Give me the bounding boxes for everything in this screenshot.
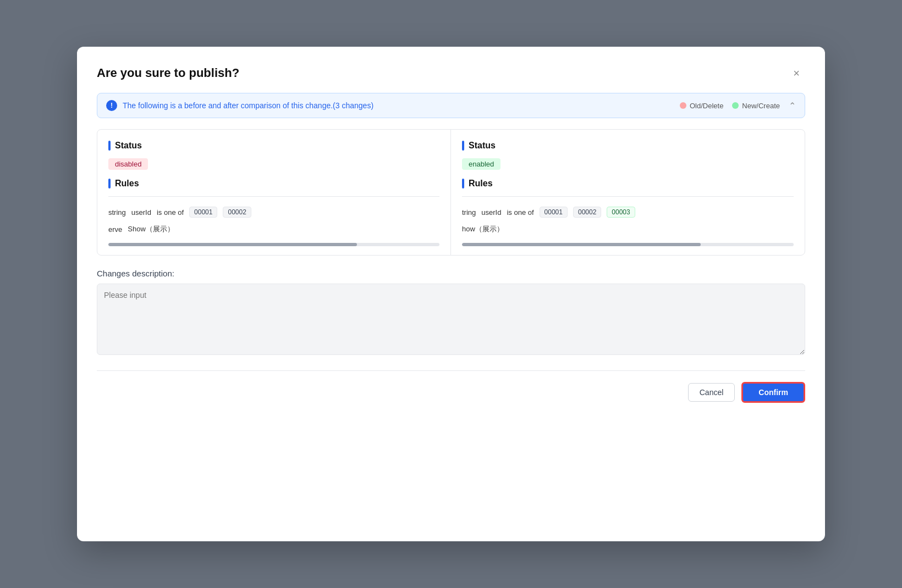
left-rules-field: userId <box>131 208 151 217</box>
legend-old: Old/Delete <box>680 102 723 110</box>
right-scrollbar-thumb <box>462 243 701 246</box>
description-input[interactable] <box>97 284 805 355</box>
left-serve-value: Show（展示） <box>128 224 174 234</box>
comparison-right: Status enabled Rules tring userId is one… <box>451 130 805 255</box>
modal-title: Are you sure to publish? <box>97 66 239 80</box>
info-banner-left: ! The following is a before and after co… <box>106 100 373 111</box>
left-scrollbar-thumb <box>108 243 357 246</box>
left-status-heading: Status <box>108 141 439 151</box>
old-dot <box>680 102 686 109</box>
new-dot <box>732 102 739 109</box>
comparison-left: Status disabled Rules string userId is o… <box>97 130 451 255</box>
left-rules-row-1: string userId is one of 00001 00002 <box>108 203 439 221</box>
right-rules-field: userId <box>481 208 501 217</box>
left-rules-table: string userId is one of 00001 00002 erve… <box>108 196 439 237</box>
description-label: Changes description: <box>97 269 805 278</box>
left-scrollbar[interactable] <box>108 243 439 246</box>
legend-new: New/Create <box>732 102 780 110</box>
left-serve-label: erve <box>108 225 122 234</box>
left-status-badge: disabled <box>108 158 148 170</box>
right-rules-op: is one of <box>507 208 534 217</box>
right-rules-section: Rules tring userId is one of 00001 00002… <box>462 179 794 237</box>
publish-modal: Are you sure to publish? × ! The followi… <box>77 47 825 541</box>
close-button[interactable]: × <box>788 64 805 82</box>
modal-header: Are you sure to publish? × <box>97 64 805 82</box>
modal-footer: Cancel Confirm <box>97 370 805 418</box>
info-banner: ! The following is a before and after co… <box>97 93 805 118</box>
chevron-up-icon[interactable]: ⌃ <box>789 101 796 111</box>
right-rules-row-1: tring userId is one of 00001 00002 00003 <box>462 203 794 221</box>
comparison-grid: Status disabled Rules string userId is o… <box>97 130 805 255</box>
cancel-button[interactable]: Cancel <box>688 383 735 402</box>
new-label: New/Create <box>742 102 780 110</box>
left-rules-section: Rules string userId is one of 00001 0000… <box>108 179 439 237</box>
right-tag-3: 00003 <box>607 207 635 218</box>
right-status-badge: enabled <box>462 158 501 170</box>
right-rules-heading: Rules <box>462 179 794 188</box>
right-status-heading: Status <box>462 141 794 151</box>
left-tag-1: 00001 <box>189 207 217 218</box>
right-scrollbar[interactable] <box>462 243 794 246</box>
old-label: Old/Delete <box>690 102 723 110</box>
info-banner-right: Old/Delete New/Create ⌃ <box>680 101 796 111</box>
banner-text: The following is a before and after comp… <box>123 101 373 110</box>
right-rules-row-2: how（展示） <box>462 221 794 237</box>
right-rules-table: tring userId is one of 00001 00002 00003… <box>462 196 794 237</box>
info-icon: ! <box>106 100 117 111</box>
right-rules-type: tring <box>462 208 476 217</box>
left-rules-heading: Rules <box>108 179 439 188</box>
description-section: Changes description: <box>97 269 805 357</box>
right-tag-1: 00001 <box>540 207 568 218</box>
left-rules-op: is one of <box>157 208 184 217</box>
left-tag-2: 00002 <box>223 207 251 218</box>
left-rules-type: string <box>108 208 126 217</box>
left-rules-row-2: erve Show（展示） <box>108 221 439 237</box>
confirm-button[interactable]: Confirm <box>741 382 805 403</box>
right-tag-2: 00002 <box>573 207 601 218</box>
comparison-box: Status disabled Rules string userId is o… <box>97 129 805 256</box>
right-serve-label: how（展示） <box>462 224 504 234</box>
